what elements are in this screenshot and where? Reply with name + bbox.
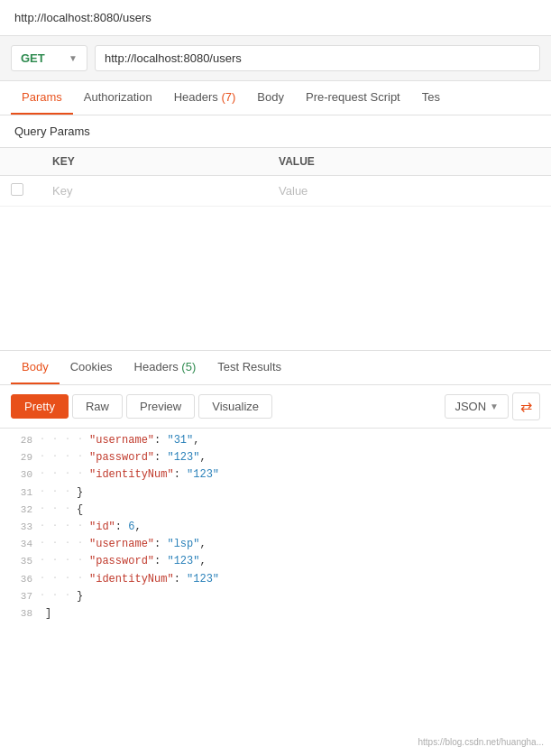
line-content: ]	[45, 605, 544, 622]
format-label: JSON	[455, 400, 486, 413]
response-toolbar: Pretty Raw Preview Visualize JSON ▼ ⇄	[0, 385, 551, 429]
json-line: 30· · · ·"identityNum": "123"	[0, 466, 551, 484]
line-number: 37	[7, 588, 32, 605]
punc-token: ,	[193, 434, 199, 447]
tab-body[interactable]: Body	[246, 81, 295, 115]
line-number: 32	[7, 502, 32, 519]
line-dots: · · · ·	[40, 571, 84, 585]
wrap-button[interactable]: ⇄	[512, 392, 540, 420]
key-token: "identityNum"	[89, 573, 174, 585]
line-content: }	[77, 484, 544, 502]
tab-headers[interactable]: Headers (7)	[163, 81, 247, 115]
line-dots: · · ·	[40, 588, 71, 603]
tab-authorization[interactable]: Authorization	[73, 81, 163, 115]
line-content: "identityNum": "123"	[89, 466, 544, 484]
method-label: GET	[21, 51, 45, 65]
view-raw-button[interactable]: Raw	[72, 394, 123, 419]
key-token: "username"	[89, 538, 154, 550]
value-cell[interactable]: Value	[264, 176, 551, 207]
str-token: "123"	[187, 468, 219, 481]
line-number: 29	[7, 449, 32, 466]
url-input[interactable]	[95, 45, 540, 71]
line-content: "id": 6,	[89, 519, 544, 536]
punc-token: :	[154, 555, 167, 567]
punc-token: ,	[199, 451, 206, 464]
line-content: "password": "123",	[89, 449, 544, 466]
method-select[interactable]: GET ▼	[11, 45, 87, 71]
key-token: "password"	[89, 451, 154, 464]
empty-params-area	[0, 207, 551, 351]
key-token: "id"	[89, 521, 115, 533]
str-token: "123"	[167, 451, 199, 464]
json-line: 38]	[0, 605, 551, 622]
punc-token: :	[154, 538, 167, 550]
str-token: "lsp"	[167, 538, 199, 550]
params-table: KEY VALUE Key Value	[0, 148, 551, 207]
punc-token: ,	[199, 555, 206, 567]
tab-params[interactable]: Params	[11, 81, 73, 115]
json-line: 33· · · ·"id": 6,	[0, 519, 551, 536]
col-checkbox	[0, 148, 38, 176]
key-token: "username"	[89, 434, 154, 447]
wrap-icon: ⇄	[520, 398, 532, 415]
json-line: 28· · · ·"username": "31",	[0, 432, 551, 449]
line-dots: · · · ·	[40, 432, 84, 447]
url-bar-text: http://localhost:8080/users	[14, 11, 152, 24]
line-content: "identityNum": "123"	[89, 571, 544, 588]
response-tab-cookies[interactable]: Cookies	[60, 351, 124, 384]
line-dots: · · · ·	[40, 536, 84, 550]
response-tabs: Body Cookies Headers (5) Test Results	[0, 351, 551, 385]
json-line: 37· · ·}	[0, 588, 551, 605]
line-number: 31	[7, 484, 32, 502]
checkbox-icon[interactable]	[11, 183, 23, 196]
url-bar: http://localhost:8080/users	[0, 0, 551, 36]
chevron-down-icon: ▼	[69, 53, 78, 63]
line-content: {	[77, 502, 544, 519]
request-tabs: Params Authorization Headers (7) Body Pr…	[0, 81, 551, 115]
line-content: "password": "123",	[89, 553, 544, 570]
json-line: 36· · · ·"identityNum": "123"	[0, 571, 551, 588]
json-line: 35· · · ·"password": "123",	[0, 553, 551, 570]
line-content: "username": "31",	[89, 432, 544, 449]
key-token: "password"	[89, 555, 154, 567]
punc-token: ,	[134, 521, 141, 533]
response-tab-body[interactable]: Body	[11, 351, 60, 384]
line-content: "username": "lsp",	[89, 536, 544, 553]
line-number: 33	[7, 519, 32, 536]
watermark: https://blog.csdn.net/huangha...	[418, 737, 544, 747]
punc-token: :	[174, 573, 187, 585]
line-content: }	[77, 588, 544, 605]
line-number: 28	[7, 432, 32, 449]
format-select[interactable]: JSON ▼	[445, 394, 509, 419]
response-tab-test-results[interactable]: Test Results	[207, 351, 292, 384]
punc-token: ,	[199, 538, 206, 550]
line-dots: · · · ·	[40, 449, 84, 464]
str-token: "123"	[187, 573, 219, 585]
line-dots: · · · ·	[40, 466, 84, 481]
line-number: 35	[7, 553, 32, 570]
punc-token: :	[154, 434, 167, 447]
row-checkbox	[0, 176, 38, 207]
tab-tests[interactable]: Tes	[411, 81, 451, 115]
line-dots: · · · ·	[40, 553, 84, 567]
table-row: Key Value	[0, 176, 551, 207]
str-token: "123"	[167, 555, 199, 567]
view-pretty-button[interactable]: Pretty	[11, 394, 69, 419]
punc-token: :	[154, 451, 167, 464]
chevron-down-icon: ▼	[490, 401, 499, 411]
query-params-header: Query Params	[0, 115, 551, 148]
key-cell[interactable]: Key	[38, 176, 264, 207]
view-visualize-button[interactable]: Visualize	[198, 394, 272, 419]
json-line: 29· · · ·"password": "123",	[0, 449, 551, 466]
request-row: GET ▼	[0, 36, 551, 81]
key-token: "identityNum"	[89, 468, 174, 481]
brace-token: }	[77, 486, 83, 499]
str-token: "31"	[167, 434, 193, 447]
tab-pre-request-script[interactable]: Pre-request Script	[295, 81, 411, 115]
line-dots: · · ·	[40, 484, 71, 499]
brace-token: }	[77, 590, 83, 603]
response-tab-headers[interactable]: Headers (5)	[124, 351, 207, 384]
line-number: 30	[7, 466, 32, 484]
line-dots: · · · ·	[40, 519, 84, 533]
view-preview-button[interactable]: Preview	[126, 394, 195, 419]
